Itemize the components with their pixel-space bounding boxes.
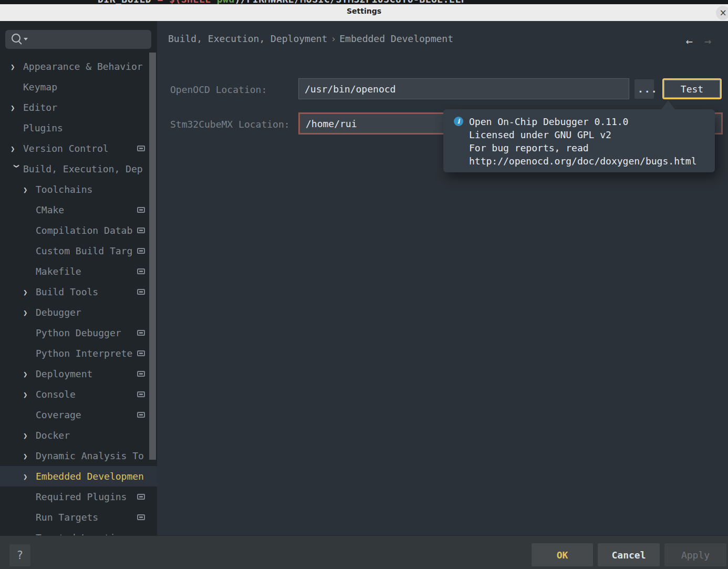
sidebar-item-label: Required Plugins [36, 491, 135, 502]
sidebar-item-build-execution-dep[interactable]: ❯Build, Execution, Dep [0, 159, 157, 179]
cancel-button[interactable]: Cancel [598, 543, 660, 566]
sidebar-item-python-debugger[interactable]: Python Debugger [0, 323, 157, 343]
sidebar-item-docker[interactable]: ❯Docker [0, 425, 157, 446]
dialog-title: Settings [0, 7, 728, 15]
project-level-monitor-icon [137, 227, 145, 233]
sidebar-item-version-control[interactable]: ❯Version Control [0, 138, 157, 159]
breadcrumb-current: Embedded Development [339, 33, 453, 44]
sidebar-item-run-targets[interactable]: Run Targets [0, 507, 157, 527]
editor-code-fragment: pwd [217, 0, 235, 4]
project-level-monitor-icon [137, 371, 145, 377]
chevron-right-icon[interactable]: ❯ [23, 288, 36, 296]
sidebar-item-cmake[interactable]: CMake [0, 200, 157, 220]
sidebar-item-deployment[interactable]: ❯Deployment [0, 364, 157, 384]
sidebar-item-label: Compilation Datab [36, 225, 135, 236]
sidebar-item-label: Build Tools [36, 286, 135, 297]
sidebar-item-label: Appearance & Behavior [23, 61, 157, 72]
info-icon: i [454, 117, 463, 126]
tooltip-arrow [661, 100, 675, 109]
sidebar-item-label: Makefile [36, 266, 135, 277]
back-arrow-icon[interactable]: ← [686, 35, 693, 48]
search-options-caret-icon [24, 38, 28, 40]
sidebar-scrollbar[interactable] [149, 53, 156, 460]
ok-button[interactable]: OK [532, 543, 593, 566]
chevron-right-icon[interactable]: ❯ [23, 472, 36, 481]
breadcrumb-parent[interactable]: Build, Execution, Deployment [168, 33, 327, 44]
history-nav: ←→ [686, 35, 712, 48]
help-button[interactable]: ? [9, 544, 30, 566]
browse-button[interactable]: ... [635, 79, 654, 99]
sidebar-item-label: Docker [36, 430, 157, 441]
sidebar-item-plugins[interactable]: Plugins [0, 118, 157, 138]
openocd-version-tooltip: i Open On-Chip Debugger 0.11.0 Licensed … [443, 109, 715, 172]
sidebar-item-label: Python Interprete [36, 348, 135, 359]
sidebar-item-label: Run Targets [36, 512, 135, 523]
project-level-monitor-icon [137, 494, 145, 500]
sidebar-item-label: Build, Execution, Dep [23, 163, 157, 174]
sidebar-item-appearance-behavior[interactable]: ❯Appearance & Behavior [0, 56, 157, 77]
sidebar-item-compilation-datab[interactable]: Compilation Datab [0, 220, 157, 241]
project-level-monitor-icon [137, 330, 145, 336]
search-box[interactable] [5, 30, 151, 49]
test-button[interactable]: Test [662, 78, 722, 99]
close-icon[interactable]: × [716, 6, 728, 20]
footer-buttons: OK Cancel Apply [532, 543, 726, 566]
background-editor-strip: DIR_BUILD = $(SHELL pwd)/FIRMWARE/MUSIC/… [0, 0, 728, 4]
chevron-right-icon[interactable]: ❯ [23, 185, 36, 194]
sidebar-item-console[interactable]: ❯Console [0, 384, 157, 405]
project-level-monitor-icon [137, 248, 145, 254]
sidebar-item-makefile[interactable]: Makefile [0, 261, 157, 282]
chevron-right-icon[interactable]: ❯ [11, 63, 23, 71]
sidebar-item-keymap[interactable]: Keymap [0, 77, 157, 97]
sidebar-item-toolchains[interactable]: ❯Toolchains [0, 179, 157, 200]
tooltip-line: Open On-Chip Debugger 0.11.0 [469, 116, 628, 127]
chevron-down-icon[interactable]: ❯ [13, 164, 21, 177]
sidebar-item-label: Custom Build Targ [36, 245, 135, 256]
chevron-right-icon[interactable]: ❯ [11, 144, 23, 153]
editor-code-fragment: )/FIRMWARE/MUSIC/STM32F103C8T6-BLUE.ELF [235, 0, 467, 4]
chevron-right-icon[interactable]: ❯ [23, 390, 36, 399]
sidebar-item-label: Version Control [23, 143, 135, 154]
sidebar-item-label: Python Debugger [36, 327, 135, 338]
editor-code-fragment: $(SHELL [169, 0, 217, 4]
dialog-footer: ? OK Cancel Apply [0, 535, 728, 569]
tooltip-line: http://openocd.org/doc/doxygen/bugs.html [469, 156, 696, 167]
sidebar-item-debugger[interactable]: ❯Debugger [0, 302, 157, 323]
tooltip-line: Licensed under GNU GPL v2 [469, 129, 611, 140]
sidebar-item-dynamic-analysis-to[interactable]: ❯Dynamic Analysis To [0, 446, 157, 466]
breadcrumb-separator: › [327, 33, 339, 44]
settings-content: Build, Execution, Deployment›Embedded De… [157, 21, 728, 535]
test-button-label: Test [664, 80, 720, 98]
chevron-right-icon[interactable]: ❯ [23, 308, 36, 317]
background-editor-text: DIR_BUILD = $(SHELL pwd)/FIRMWARE/MUSIC/… [98, 0, 467, 4]
chevron-right-icon[interactable]: ❯ [23, 431, 36, 440]
sidebar-item-label: Dynamic Analysis To [36, 450, 157, 461]
sidebar-item-coverage[interactable]: Coverage [0, 405, 157, 425]
sidebar-item-python-interprete[interactable]: Python Interprete [0, 343, 157, 364]
sidebar-item-label: Console [36, 389, 135, 400]
project-level-monitor-icon [137, 514, 145, 520]
project-level-monitor-icon [137, 350, 145, 356]
project-level-monitor-icon [137, 146, 145, 151]
openocd-location-input[interactable] [298, 78, 629, 99]
sidebar-item-label: Editor [23, 102, 157, 113]
sidebar-item-label: Keymap [23, 81, 157, 92]
sidebar-item-label: Coverage [36, 409, 135, 420]
search-input[interactable] [28, 30, 149, 50]
project-level-monitor-icon [137, 289, 145, 295]
sidebar-item-label: Embedded Developmen [36, 471, 157, 482]
sidebar-item-required-plugins[interactable]: Required Plugins [0, 487, 157, 507]
sidebar-item-embedded-developmen[interactable]: ❯Embedded Developmen [0, 466, 157, 487]
chevron-right-icon[interactable]: ❯ [23, 370, 36, 378]
chevron-right-icon[interactable]: ❯ [11, 104, 23, 112]
sidebar-item-label: Debugger [36, 307, 157, 318]
settings-tree: ❯Appearance & BehaviorKeymap❯EditorPlugi… [0, 56, 157, 535]
cubemx-location-label: Stm32CubeMX Location: [170, 119, 290, 130]
dialog-titlebar: Settings × [0, 4, 728, 21]
sidebar-item-trusted-locations[interactable]: Trusted Locations [0, 527, 157, 535]
sidebar-item-build-tools[interactable]: ❯Build Tools [0, 282, 157, 302]
sidebar-item-label: CMake [36, 204, 135, 215]
chevron-right-icon[interactable]: ❯ [23, 452, 36, 460]
sidebar-item-editor[interactable]: ❯Editor [0, 97, 157, 118]
sidebar-item-custom-build-targ[interactable]: Custom Build Targ [0, 241, 157, 261]
